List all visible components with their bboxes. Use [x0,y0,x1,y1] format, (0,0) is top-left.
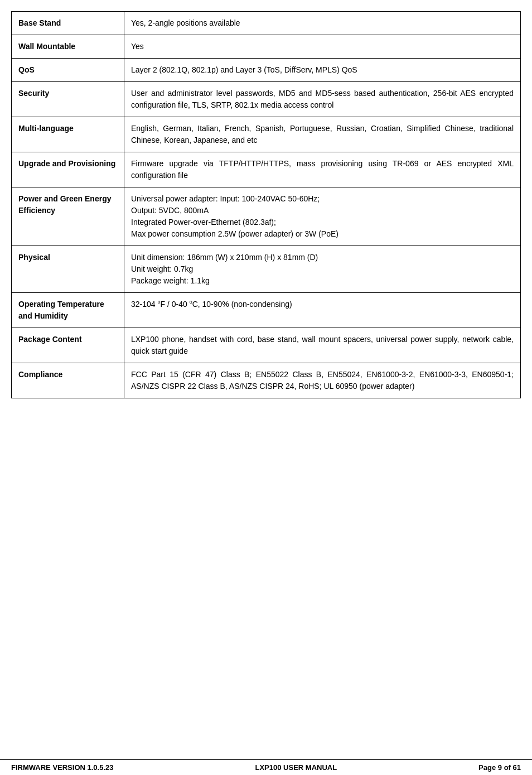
row-label: Security [12,82,124,117]
table-row: QoSLayer 2 (802.1Q, 802.1p) and Layer 3 … [12,59,521,82]
footer-page: Page 9 of 61 [478,763,521,772]
row-label: Multi-language [12,117,124,152]
table-row: Power and Green Energy EfficiencyUnivers… [12,187,521,246]
table-row: SecurityUser and administrator level pas… [12,82,521,117]
row-value: Firmware upgrade via TFTP/HTTP/HTTPS, ma… [124,152,521,187]
row-label: Operating Temperature and Humidity [12,293,124,328]
table-row: Wall MountableYes [12,35,521,59]
main-content: Base StandYes, 2-angle positions availab… [0,0,532,775]
row-label: Power and Green Energy Efficiency [12,187,124,246]
row-label: Base Stand [12,12,124,35]
row-label: Physical [12,246,124,293]
specs-table: Base StandYes, 2-angle positions availab… [11,11,521,398]
table-row: Base StandYes, 2-angle positions availab… [12,12,521,35]
row-label: Compliance [12,363,124,398]
page-wrapper: Base StandYes, 2-angle positions availab… [0,0,532,775]
row-value: Layer 2 (802.1Q, 802.1p) and Layer 3 (To… [124,59,521,82]
footer-firmware: FIRMWARE VERSION 1.0.5.23 [11,763,114,772]
row-value: 32-104 oF / 0-40 oC, 10-90% (non-condens… [124,293,521,328]
row-label: Package Content [12,328,124,363]
row-value: Yes, 2-angle positions available [124,12,521,35]
footer-title: LXP100 USER MANUAL [255,763,337,772]
page-footer: FIRMWARE VERSION 1.0.5.23 LXP100 USER MA… [0,759,532,775]
row-value: Yes [124,35,521,59]
table-row: ComplianceFCC Part 15 (CFR 47) Class B; … [12,363,521,398]
row-value: LXP100 phone, handset with cord, base st… [124,328,521,363]
row-label: Upgrade and Provisioning [12,152,124,187]
table-row: PhysicalUnit dimension: 186mm (W) x 210m… [12,246,521,293]
row-value: Unit dimension: 186mm (W) x 210mm (H) x … [124,246,521,293]
row-value: Universal power adapter: Input: 100-240V… [124,187,521,246]
row-label: QoS [12,59,124,82]
row-value: FCC Part 15 (CFR 47) Class B; EN55022 Cl… [124,363,521,398]
table-row: Package ContentLXP100 phone, handset wit… [12,328,521,363]
table-row: Upgrade and ProvisioningFirmware upgrade… [12,152,521,187]
table-row: Operating Temperature and Humidity32-104… [12,293,521,328]
row-value: English, German, Italian, French, Spanis… [124,117,521,152]
table-row: Multi-languageEnglish, German, Italian, … [12,117,521,152]
row-value: User and administrator level passwords, … [124,82,521,117]
row-label: Wall Mountable [12,35,124,59]
